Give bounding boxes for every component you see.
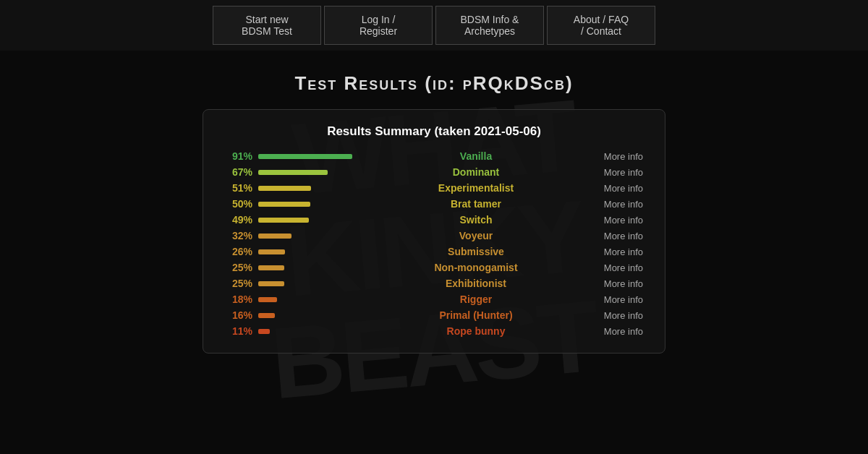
result-row: 51% Experimentalist More info: [225, 182, 643, 194]
result-label: Exhibitionist: [365, 278, 587, 289]
nav-login[interactable]: Log In /Register: [324, 6, 433, 45]
result-row: 50% Brat tamer More info: [225, 198, 643, 210]
result-label: Brat tamer: [365, 198, 587, 210]
nav-about[interactable]: About / FAQ/ Contact: [547, 6, 655, 45]
result-bar: [258, 234, 292, 239]
page-title: Test Results (id: pRQkDScb): [0, 72, 868, 95]
result-more-info-link[interactable]: More info: [592, 231, 643, 241]
result-label: Switch: [365, 214, 587, 226]
result-label: Rigger: [365, 294, 587, 305]
result-bar-container: [258, 297, 359, 302]
result-bar: [258, 281, 284, 286]
result-percent: 50%: [225, 198, 252, 210]
result-bar-container: [258, 329, 359, 334]
result-bar: [258, 297, 277, 302]
result-row: 26% Submissive More info: [225, 246, 643, 257]
result-bar-container: [258, 218, 359, 223]
result-more-info-link[interactable]: More info: [592, 151, 643, 162]
result-percent: 11%: [225, 325, 252, 337]
results-card: Results Summary (taken 2021-05-06) 91% V…: [203, 109, 665, 354]
result-label: Rope bunny: [365, 325, 587, 337]
result-more-info-link[interactable]: More info: [592, 167, 643, 178]
result-percent: 25%: [225, 278, 252, 289]
result-label: Experimentalist: [365, 182, 587, 194]
result-row: 67% Dominant More info: [225, 166, 643, 178]
result-row: 91% Vanilla More info: [225, 150, 643, 162]
navigation: Start newBDSM Test Log In /Register BDSM…: [0, 0, 868, 51]
result-more-info-link[interactable]: More info: [592, 278, 643, 289]
result-label: Submissive: [365, 246, 587, 257]
page-title-section: Test Results (id: pRQkDScb): [0, 72, 868, 95]
results-list: 91% Vanilla More info 67% Dominant More …: [225, 150, 643, 337]
result-row: 25% Non-monogamist More info: [225, 262, 643, 273]
result-percent: 67%: [225, 166, 252, 178]
nav-start-test[interactable]: Start newBDSM Test: [213, 6, 321, 45]
result-percent: 26%: [225, 246, 252, 257]
result-bar: [258, 170, 328, 175]
result-bar: [258, 154, 352, 159]
result-label: Non-monogamist: [365, 262, 587, 273]
result-bar-container: [258, 186, 359, 191]
result-more-info-link[interactable]: More info: [592, 199, 643, 210]
result-bar-container: [258, 202, 359, 207]
result-bar-container: [258, 249, 359, 254]
result-row: 25% Exhibitionist More info: [225, 278, 643, 289]
result-bar: [258, 249, 285, 254]
result-bar: [258, 313, 275, 318]
result-label: Primal (Hunter): [365, 309, 587, 321]
result-bar-container: [258, 234, 359, 239]
result-more-info-link[interactable]: More info: [592, 247, 643, 257]
result-percent: 51%: [225, 182, 252, 194]
result-row: 32% Voyeur More info: [225, 230, 643, 241]
result-more-info-link[interactable]: More info: [592, 310, 643, 321]
result-more-info-link[interactable]: More info: [592, 294, 643, 305]
result-percent: 91%: [225, 150, 252, 162]
nav-bdsm-info[interactable]: BDSM Info &Archetypes: [435, 6, 544, 45]
result-percent: 32%: [225, 230, 252, 241]
result-bar-container: [258, 281, 359, 286]
result-bar: [258, 265, 284, 270]
result-bar-container: [258, 313, 359, 318]
result-bar: [258, 202, 310, 207]
result-row: 16% Primal (Hunter) More info: [225, 309, 643, 321]
result-bar-container: [258, 154, 359, 159]
result-label: Dominant: [365, 166, 587, 178]
result-more-info-link[interactable]: More info: [592, 326, 643, 337]
result-percent: 25%: [225, 262, 252, 273]
result-bar: [258, 218, 309, 223]
result-row: 18% Rigger More info: [225, 294, 643, 305]
result-more-info-link[interactable]: More info: [592, 262, 643, 273]
result-percent: 18%: [225, 294, 252, 305]
result-row: 49% Switch More info: [225, 214, 643, 226]
result-bar: [258, 186, 311, 191]
result-row: 11% Rope bunny More info: [225, 325, 643, 337]
result-bar: [258, 329, 270, 334]
result-more-info-link[interactable]: More info: [592, 183, 643, 194]
result-bar-container: [258, 265, 359, 270]
result-bar-container: [258, 170, 359, 175]
result-label: Voyeur: [365, 230, 587, 241]
result-percent: 16%: [225, 309, 252, 321]
results-heading: Results Summary (taken 2021-05-06): [225, 124, 643, 139]
result-more-info-link[interactable]: More info: [592, 215, 643, 226]
result-label: Vanilla: [365, 150, 587, 162]
result-percent: 49%: [225, 214, 252, 226]
